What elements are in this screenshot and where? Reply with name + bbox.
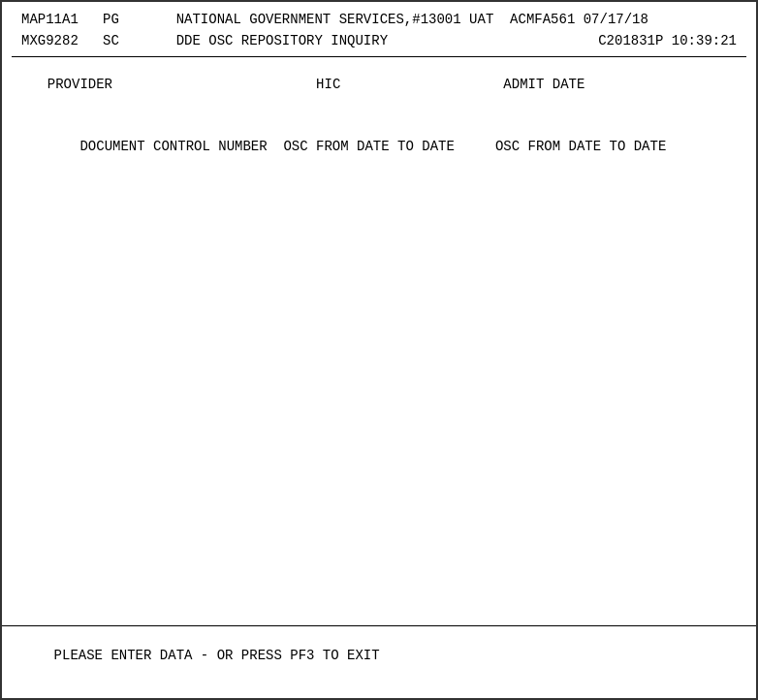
header-row1-text: MAP11A1 PG NATIONAL GOVERNMENT SERVICES,… <box>21 12 648 27</box>
provider-row: PROVIDER HIC ADMIT DATE <box>31 71 727 98</box>
footer: PLEASE ENTER DATA - OR PRESS PF3 TO EXIT <box>2 625 756 684</box>
main-screen: MAP11A1 PG NATIONAL GOVERNMENT SERVICES,… <box>0 0 758 700</box>
header-timestamp: C201831P 10:39:21 <box>598 33 737 48</box>
content-area: PROVIDER HIC ADMIT DATE DOCUMENT CONTROL… <box>2 61 756 185</box>
header-row1: MAP11A1 PG NATIONAL GOVERNMENT SERVICES,… <box>2 2 756 31</box>
doc-control-row: DOCUMENT CONTROL NUMBER OSC FROM DATE TO… <box>31 117 727 175</box>
header-divider <box>12 56 746 57</box>
header-row2: MXG9282 SC DDE OSC REPOSITORY INQUIRY C2… <box>2 31 756 52</box>
header-screen-id: MXG9282 SC DDE OSC REPOSITORY INQUIRY <box>21 33 388 48</box>
spacer1 <box>31 98 727 117</box>
doc-control-text: DOCUMENT CONTROL NUMBER OSC FROM DATE TO… <box>79 139 666 154</box>
provider-label: PROVIDER HIC ADMIT DATE <box>31 77 584 92</box>
footer-message: PLEASE ENTER DATA - OR PRESS PF3 TO EXIT <box>54 648 380 663</box>
